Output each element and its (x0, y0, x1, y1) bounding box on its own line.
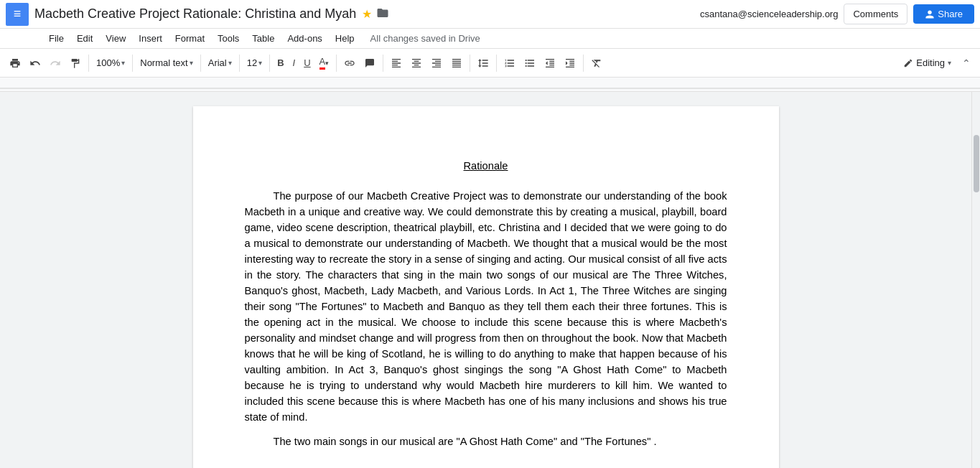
document-title[interactable]: Macbeth Creative Project Rationale: Chri… (34, 6, 356, 22)
comment-button[interactable] (360, 55, 379, 72)
document-heading: Rationale (245, 158, 727, 174)
align-right-button[interactable] (427, 55, 446, 72)
separator-3 (200, 55, 201, 72)
document-page[interactable]: Rationale The purpose of our Macbeth Cre… (193, 106, 779, 468)
folder-icon[interactable] (376, 6, 389, 22)
paragraph-1: The purpose of our Macbeth Creative Proj… (245, 188, 727, 425)
numbered-list-button[interactable] (500, 55, 519, 72)
comments-button[interactable]: Comments (844, 4, 907, 24)
link-button[interactable] (340, 55, 359, 72)
print-button[interactable] (6, 55, 24, 72)
align-center-button[interactable] (407, 55, 426, 72)
main-content: Rationale The purpose of our Macbeth Cre… (0, 92, 980, 468)
redo-button[interactable] (46, 55, 65, 72)
italic-button[interactable]: I (289, 55, 299, 71)
font-dropdown[interactable]: Arial ▾ (205, 55, 235, 70)
toolbar: 100% ▾ Normal text ▾ Arial ▾ 12 ▾ B I U … (0, 49, 980, 78)
separator-9 (496, 55, 497, 72)
star-icon[interactable]: ★ (362, 7, 372, 21)
paragraph-2: The two main songs in our musical are "A… (245, 434, 727, 449)
separator-1 (88, 55, 89, 72)
autosave-message: All changes saved in Drive (370, 33, 480, 44)
align-justify-button[interactable] (447, 55, 466, 72)
font-color-button[interactable]: A ▾ (316, 53, 333, 72)
menu-insert[interactable]: Insert (133, 32, 168, 45)
app-menu-icon[interactable]: ≡ (6, 3, 29, 26)
expand-button[interactable]: ⌃ (958, 55, 974, 71)
share-button[interactable]: Share (913, 4, 974, 24)
top-right-area: csantana@scienceleadership.org Comments … (700, 4, 974, 24)
menu-addons[interactable]: Add-ons (281, 32, 327, 45)
user-email: csantana@scienceleadership.org (700, 9, 838, 19)
menu-file[interactable]: File (43, 32, 70, 45)
document-body[interactable]: The purpose of our Macbeth Creative Proj… (245, 188, 727, 449)
scrollbar-thumb[interactable] (974, 135, 979, 192)
underline-button[interactable]: U (300, 55, 314, 71)
scrollbar-track[interactable] (971, 92, 980, 468)
separator-8 (470, 55, 470, 72)
menu-format[interactable]: Format (169, 32, 210, 45)
bold-button[interactable]: B (274, 55, 287, 71)
ruler (0, 78, 980, 92)
decrease-indent-button[interactable] (541, 55, 559, 72)
menu-table[interactable]: Table (246, 32, 280, 45)
paint-format-button[interactable] (66, 55, 85, 72)
menu-bar: File Edit View Insert Format Tools Table… (0, 29, 980, 49)
menu-help[interactable]: Help (330, 32, 360, 45)
undo-button[interactable] (26, 55, 45, 72)
menu-view[interactable]: View (100, 32, 131, 45)
clear-format-button[interactable] (587, 55, 606, 72)
menu-tools[interactable]: Tools (212, 32, 245, 45)
align-left-button[interactable] (387, 55, 406, 72)
separator-4 (239, 55, 240, 72)
separator-10 (583, 55, 584, 72)
bullet-list-button[interactable] (521, 55, 539, 72)
font-size-dropdown[interactable]: 12 ▾ (243, 55, 266, 70)
separator-5 (269, 55, 270, 72)
menu-edit[interactable]: Edit (71, 32, 98, 45)
increase-indent-button[interactable] (561, 55, 579, 72)
page-container: Rationale The purpose of our Macbeth Cre… (0, 92, 971, 468)
separator-6 (336, 55, 337, 72)
top-bar: ≡ Macbeth Creative Project Rationale: Ch… (0, 0, 980, 29)
separator-7 (383, 55, 383, 72)
editing-mode-button[interactable]: Editing ▾ (897, 55, 957, 70)
zoom-dropdown[interactable]: 100% ▾ (93, 55, 129, 70)
separator-2 (132, 55, 133, 72)
style-dropdown[interactable]: Normal text ▾ (136, 55, 196, 70)
line-spacing-button[interactable] (474, 55, 493, 72)
